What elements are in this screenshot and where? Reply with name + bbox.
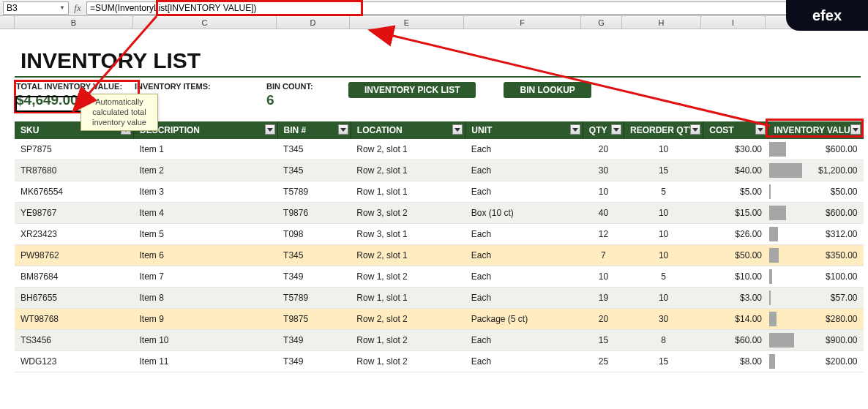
cell-description[interactable]: Item 1 [133, 139, 277, 160]
cell-inventory-value[interactable]: $100.00 [768, 266, 863, 288]
cell-unit[interactable]: Each [465, 139, 583, 160]
filter-icon[interactable] [338, 124, 348, 135]
cell-location[interactable]: Row 1, slot 1 [351, 288, 465, 309]
filter-icon[interactable] [611, 124, 621, 135]
th-cost[interactable]: COST [703, 121, 768, 139]
cell-inventory-value[interactable]: $200.00 [768, 351, 863, 372]
th-qty[interactable]: QTY [583, 121, 624, 139]
cell-description[interactable]: Item 10 [133, 330, 277, 351]
cell-bin[interactable]: T349 [277, 351, 351, 372]
cell-cost[interactable]: $50.00 [703, 245, 768, 266]
cell-reorder-qty[interactable]: 10 [624, 288, 703, 309]
cell-sku[interactable]: WDG123 [15, 351, 133, 372]
cell-qty[interactable]: 10 [583, 266, 624, 288]
cell-unit[interactable]: Each [465, 160, 583, 181]
cell-unit[interactable]: Each [465, 224, 583, 245]
fx-icon[interactable]: fx [69, 2, 86, 14]
cell-qty[interactable]: 12 [583, 224, 624, 245]
cell-cost[interactable]: $10.00 [703, 266, 768, 288]
inventory-pick-list-button[interactable]: INVENTORY PICK LIST [348, 82, 476, 98]
cell-unit[interactable]: Each [465, 245, 583, 266]
cell-location[interactable]: Row 2, slot 1 [351, 245, 465, 266]
cell-description[interactable]: Item 5 [133, 224, 277, 245]
cell-sku[interactable]: BH67655 [15, 288, 133, 309]
cell-unit[interactable]: Each [465, 266, 583, 288]
cell-cost[interactable]: $40.00 [703, 160, 768, 181]
cell-cost[interactable]: $60.00 [703, 330, 768, 351]
table-row[interactable]: PW98762Item 6T345Row 2, slot 1Each710$50… [15, 245, 864, 266]
cell-reorder-qty[interactable]: 10 [624, 203, 703, 224]
table-row[interactable]: XR23423Item 5T098Row 3, slot 1Each1210$2… [15, 224, 864, 245]
cell-sku[interactable]: TR87680 [15, 160, 133, 181]
col-header-E[interactable]: E [350, 16, 464, 29]
chevron-down-icon[interactable]: ▼ [59, 4, 65, 11]
cell-description[interactable]: Item 3 [133, 181, 277, 203]
th-inventory-value[interactable]: INVENTORY VALUE [768, 121, 863, 139]
col-header-C[interactable]: C [133, 16, 277, 29]
cell-inventory-value[interactable]: $600.00 [768, 139, 863, 160]
cell-bin[interactable]: T345 [277, 245, 351, 266]
filter-icon[interactable] [690, 124, 700, 135]
cell-inventory-value[interactable]: $280.00 [768, 309, 863, 330]
cell-qty[interactable]: 20 [583, 309, 624, 330]
table-row[interactable]: WDG123Item 11T349Row 1, slot 2Each2515$8… [15, 351, 864, 372]
table-row[interactable]: WT98768Item 9T9875Row 2, slot 2Package (… [15, 309, 864, 330]
th-unit[interactable]: UNIT [465, 121, 583, 139]
cell-qty[interactable]: 30 [583, 160, 624, 181]
cell-bin[interactable]: T5789 [277, 181, 351, 203]
cell-description[interactable]: Item 7 [133, 266, 277, 288]
cell-bin[interactable]: T345 [277, 139, 351, 160]
cell-sku[interactable]: XR23423 [15, 224, 133, 245]
th-bin[interactable]: BIN # [277, 121, 351, 139]
select-all-corner[interactable] [0, 16, 15, 29]
cell-qty[interactable]: 20 [583, 139, 624, 160]
col-header-F[interactable]: F [464, 16, 581, 29]
cell-unit[interactable]: Each [465, 181, 583, 203]
cell-sku[interactable]: BM87684 [15, 266, 133, 288]
cell-description[interactable]: Item 6 [133, 245, 277, 266]
cell-bin[interactable]: T9876 [277, 203, 351, 224]
cell-location[interactable]: Row 3, slot 1 [351, 224, 465, 245]
table-row[interactable]: TR87680Item 2T345Row 2, slot 1Each3015$4… [15, 160, 864, 181]
cell-inventory-value[interactable]: $350.00 [768, 245, 863, 266]
table-row[interactable]: TS3456Item 10T349Row 1, slot 2Each158$60… [15, 330, 864, 351]
cell-sku[interactable]: TS3456 [15, 330, 133, 351]
cell-reorder-qty[interactable]: 5 [624, 266, 703, 288]
cell-cost[interactable]: $15.00 [703, 203, 768, 224]
filter-icon[interactable] [570, 124, 580, 135]
cell-sku[interactable]: PW98762 [15, 245, 133, 266]
table-row[interactable]: BH67655Item 8T5789Row 1, slot 1Each1910$… [15, 288, 864, 309]
cell-cost[interactable]: $30.00 [703, 139, 768, 160]
cell-unit[interactable]: Box (10 ct) [465, 203, 583, 224]
cell-location[interactable]: Row 2, slot 1 [351, 139, 465, 160]
cell-bin[interactable]: T349 [277, 266, 351, 288]
cell-location[interactable]: Row 1, slot 2 [351, 266, 465, 288]
cell-location[interactable]: Row 1, slot 2 [351, 330, 465, 351]
filter-icon[interactable] [265, 124, 275, 135]
col-header-B[interactable]: B [15, 16, 133, 29]
cell-reorder-qty[interactable]: 8 [624, 330, 703, 351]
th-reorder-qty[interactable]: REORDER QTY [624, 121, 703, 139]
cell-cost[interactable]: $8.00 [703, 351, 768, 372]
cell-reorder-qty[interactable]: 15 [624, 160, 703, 181]
name-box[interactable]: B3 ▼ [3, 1, 69, 15]
filter-icon[interactable] [755, 124, 766, 135]
cell-cost[interactable]: $14.00 [703, 309, 768, 330]
cell-qty[interactable]: 19 [583, 288, 624, 309]
cell-description[interactable]: Item 9 [133, 309, 277, 330]
cell-location[interactable]: Row 3, slot 2 [351, 203, 465, 224]
cell-qty[interactable]: 15 [583, 330, 624, 351]
cell-bin[interactable]: T349 [277, 330, 351, 351]
bin-lookup-button[interactable]: BIN LOOKUP [504, 82, 591, 98]
cell-sku[interactable]: YE98767 [15, 203, 133, 224]
cell-inventory-value[interactable]: $57.00 [768, 288, 863, 309]
cell-reorder-qty[interactable]: 10 [624, 245, 703, 266]
cell-reorder-qty[interactable]: 10 [624, 139, 703, 160]
col-header-G[interactable]: G [581, 16, 622, 29]
th-location[interactable]: LOCATION [351, 121, 465, 139]
cell-location[interactable]: Row 2, slot 2 [351, 309, 465, 330]
cell-reorder-qty[interactable]: 5 [624, 181, 703, 203]
cell-location[interactable]: Row 1, slot 2 [351, 351, 465, 372]
cell-cost[interactable]: $26.00 [703, 224, 768, 245]
filter-icon[interactable] [452, 124, 463, 135]
